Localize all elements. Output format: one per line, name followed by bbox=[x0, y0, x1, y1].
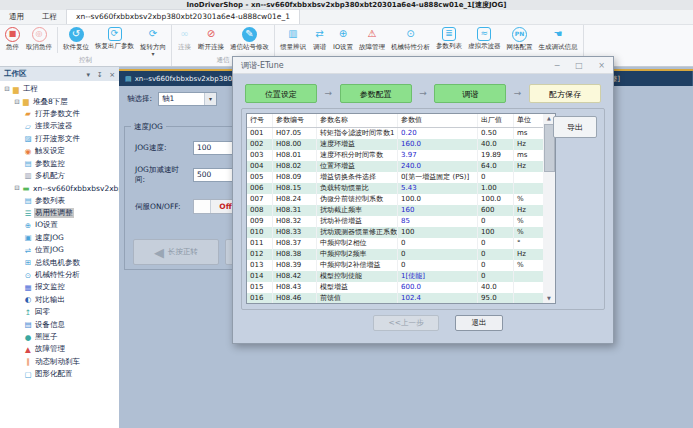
tree-item-io-settings[interactable]: ⊕IO设置 bbox=[0, 219, 119, 231]
table-cell: 3.97 bbox=[398, 150, 478, 161]
close-icon[interactable]: × bbox=[598, 61, 605, 70]
station-number-modify-button[interactable]: ✎通信站号修改 bbox=[227, 26, 272, 52]
step-button-3[interactable]: 调谐 bbox=[434, 84, 506, 103]
mechanical-analysis-button[interactable]: ⊙机械特性分析 bbox=[388, 26, 433, 52]
jog-forward-button[interactable]: ◀ 长按正转 bbox=[133, 239, 219, 265]
tree-item-speed-jog[interactable]: ▣速度JOG bbox=[0, 232, 119, 244]
ribbon-tab-project[interactable]: 工程 bbox=[33, 10, 66, 24]
tree-item-open-waveform-file[interactable]: ▨打开波形文件 bbox=[0, 133, 119, 145]
table-row[interactable]: 015H08.43模型增益600.040.0 bbox=[247, 282, 544, 293]
minimize-icon[interactable]: ─ bbox=[555, 61, 560, 70]
table-row[interactable]: 002H08.00速度环增益160.040.0Hz bbox=[247, 139, 544, 150]
tree-item-position-jog[interactable]: ⇌位置JOG bbox=[0, 244, 119, 256]
step-button-4[interactable]: 配方保存 bbox=[529, 84, 601, 103]
collapse-icon[interactable]: ⊟ bbox=[13, 184, 21, 192]
collapse-icon[interactable]: ⊟ bbox=[3, 85, 11, 93]
tree-item-multi-machine-recipe[interactable]: ▥多机配方 bbox=[0, 170, 119, 182]
tree-item-connect-oscilloscope[interactable]: ▱连接示波器 bbox=[0, 120, 119, 132]
table-row[interactable]: 012H08.38中频抑制2频率00Hz bbox=[247, 249, 544, 260]
network-config-button[interactable]: PN网络配置 bbox=[504, 26, 536, 52]
inertia-identification-button[interactable]: ▥惯量辨识 bbox=[277, 26, 309, 52]
table-row[interactable]: 016H08.46前馈值102.495.0 bbox=[247, 293, 544, 304]
software-reset-button[interactable]: ↺软件复位 bbox=[60, 26, 92, 52]
table-row[interactable]: 010H08.33扰动观测器惯量修正系数100100% bbox=[247, 227, 544, 238]
table-cell: H08.32 bbox=[273, 216, 317, 227]
io-settings-button[interactable]: ⊕IO设置 bbox=[330, 26, 356, 52]
tree-item-label: 机械特性分析 bbox=[34, 270, 81, 280]
ribbon-tab-file[interactable]: xn--sv660fxbbxbsv2xbp380xbt20301a6e4-u88… bbox=[66, 9, 300, 24]
fault-management-button[interactable]: ⚠故障管理 bbox=[356, 26, 388, 52]
step-button-2[interactable]: 参数配置 bbox=[340, 84, 412, 103]
parameter-list-button[interactable]: ≣参数列表 bbox=[433, 26, 465, 51]
table-row[interactable]: 009H08.32扰动补偿增益850% bbox=[247, 216, 544, 227]
rotation-direction-button[interactable]: ⟳旋转方向▾ bbox=[137, 26, 169, 56]
table-row[interactable]: 004H08.02位置环增益240.064.0Hz bbox=[247, 161, 544, 172]
generate-debug-info-button[interactable]: ☚生成调试信息 bbox=[536, 26, 581, 52]
tree-item-dynamic-braking[interactable]: ‖动态制动刹车 bbox=[0, 356, 119, 368]
column-header[interactable]: 行号 bbox=[247, 114, 273, 127]
table-row[interactable]: 011H08.37中频抑制2相位00° bbox=[247, 238, 544, 249]
close-icon[interactable]: × bbox=[109, 71, 115, 79]
tree-item-label: 堆叠8下层 bbox=[32, 97, 69, 107]
tree-item-usability-tuning[interactable]: ☰易用性调整 bbox=[0, 207, 119, 219]
table-row[interactable]: 006H08.15负载转动惯量比5.431.00 bbox=[247, 183, 544, 194]
parameter-list-icon: ≣ bbox=[442, 27, 456, 41]
button-label: 通信站号修改 bbox=[230, 43, 269, 52]
column-header[interactable]: 参数编号 bbox=[273, 114, 317, 127]
oscilloscope-button[interactable]: ≈虚拟示波器 bbox=[465, 26, 504, 51]
pin-icon[interactable]: ↧ bbox=[97, 71, 103, 79]
column-header[interactable]: 参数名称 bbox=[317, 114, 398, 127]
tree-item-trigger-setting[interactable]: ◉触发设定 bbox=[0, 145, 119, 157]
exit-button[interactable]: 退出 bbox=[455, 315, 503, 331]
axis-select-value: 轴1 bbox=[162, 94, 174, 104]
table-row[interactable]: 007H08.24伪微分前馈控制系数100.0100.0% bbox=[247, 194, 544, 205]
compare-icon: ◐ bbox=[23, 295, 33, 304]
table-cell: 100 bbox=[398, 227, 478, 238]
disconnect-button[interactable]: ⊘断开连接 bbox=[195, 26, 227, 52]
table-cell: 0 bbox=[398, 249, 478, 260]
tree-item-open-parameter-file[interactable]: ▰打开参数文件 bbox=[0, 108, 119, 120]
previous-step-button[interactable]: <<上一步 bbox=[373, 315, 439, 331]
chevron-down-icon[interactable]: ▾ bbox=[86, 71, 90, 79]
connect-button[interactable]: ∞连接 bbox=[174, 26, 195, 52]
emergency-stop-button[interactable]: ■急停 bbox=[2, 26, 23, 52]
table-row[interactable]: 001H07.05转矩指令滤波时间常数10.200.50ms bbox=[247, 128, 544, 139]
column-header[interactable]: 出厂值 bbox=[478, 114, 514, 127]
table-row[interactable]: 014H08.42模型控制使能1[使能]0 bbox=[247, 271, 544, 282]
ribbon-tab-general[interactable]: 通用 bbox=[0, 10, 33, 24]
tree-item-compare-output[interactable]: ◐对比输出 bbox=[0, 294, 119, 306]
list-icon: ▤ bbox=[23, 196, 33, 205]
tree-item-device-info[interactable]: ▤设备信息 bbox=[0, 318, 119, 330]
maximize-icon[interactable]: □ bbox=[575, 61, 583, 70]
tree-item-black-box[interactable]: ●黑匣子 bbox=[0, 331, 119, 343]
cancel-emergency-stop-button[interactable]: ◎取消急停 bbox=[23, 26, 55, 52]
table-row[interactable]: 005H08.09增益切换条件选择0[第一增益固定 (PS)]0 bbox=[247, 172, 544, 183]
tree-item-parameter-monitor[interactable]: ▤参数监控 bbox=[0, 157, 119, 169]
table-scrollbar[interactable]: ▲ ▼ bbox=[543, 113, 556, 304]
speed-jog-icon: ▣ bbox=[23, 233, 33, 242]
scroll-down-icon[interactable]: ▼ bbox=[543, 294, 555, 303]
tuning-button[interactable]: ⇄调谐 bbox=[309, 26, 330, 52]
table-row[interactable]: 003H08.01速度环积分时间常数3.9719.89ms bbox=[247, 150, 544, 161]
axis-select[interactable]: 轴1 ▾ bbox=[158, 92, 217, 106]
tree-node-device[interactable]: ⊟▬xn--sv660fxbbxbsv2xbp380 bbox=[0, 182, 119, 194]
column-header[interactable]: 单位 bbox=[514, 114, 537, 127]
collapse-icon[interactable]: ⊟ bbox=[13, 98, 21, 106]
tree-item-parameter-list[interactable]: ▤参数列表 bbox=[0, 195, 119, 207]
tree-item-mechanical-analysis[interactable]: ⊙机械特性分析 bbox=[0, 269, 119, 281]
column-header[interactable]: 参数值 bbox=[398, 114, 478, 127]
tree-item-homing[interactable]: ↥回零 bbox=[0, 306, 119, 318]
export-button[interactable]: 导出 bbox=[553, 116, 597, 138]
table-row[interactable]: 008H08.31扰动截止频率160600Hz bbox=[247, 205, 544, 216]
tree-item-fault-management[interactable]: ▲故障管理 bbox=[0, 343, 119, 355]
tree-item-message-monitor[interactable]: ▦报文监控 bbox=[0, 281, 119, 293]
tree-node-project[interactable]: ⊟▆工程 bbox=[0, 83, 119, 95]
step-button-1[interactable]: 位置设定 bbox=[245, 84, 317, 103]
tree-item-graphical-config[interactable]: ▢图形化配置 bbox=[0, 368, 119, 380]
etune-dialog: 调谐-ETune ─ □ × 位置设定→参数配置→调谐→配方保存 行号参数编号参… bbox=[232, 56, 614, 344]
restore-factory-params-button[interactable]: ⟳恢复出厂参数 bbox=[92, 26, 137, 51]
tree-node-stack-lower[interactable]: ⊟▆堆叠8下层 bbox=[0, 95, 119, 107]
table-cell bbox=[514, 183, 537, 194]
tree-item-bus-motor-params[interactable]: ⊞总线电机参数 bbox=[0, 256, 119, 268]
table-row[interactable]: 013H08.39中频抑制2补偿增益00% bbox=[247, 260, 544, 271]
